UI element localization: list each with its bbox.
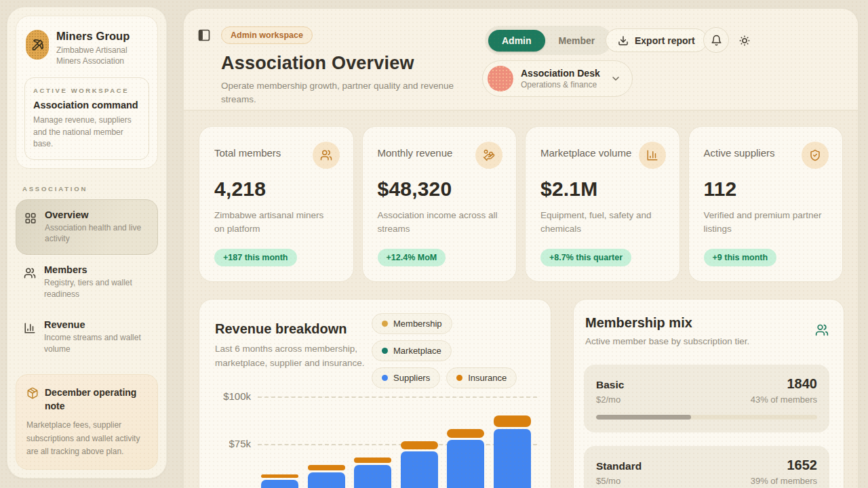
- hand-coins-icon: [475, 142, 502, 169]
- sidebar-item-revenue[interactable]: Revenue Income streams and wallet volume: [16, 310, 158, 365]
- legend-pill-marketplace[interactable]: Marketplace: [372, 340, 452, 361]
- workspace-badge: Admin workspace: [221, 26, 313, 44]
- tier-price: $5/mo: [596, 476, 620, 486]
- role-toggle-member[interactable]: Member: [545, 30, 609, 52]
- chart-bar-segment: [447, 440, 484, 488]
- legend-pill-suppliers[interactable]: Suppliers: [372, 367, 440, 388]
- panel-left-icon[interactable]: [197, 28, 211, 107]
- theme-toggle-button[interactable]: [738, 35, 751, 47]
- tier-count: 1840: [787, 376, 818, 392]
- legend-label: Suppliers: [393, 373, 430, 383]
- tier-count: 1652: [787, 458, 818, 473]
- stat-description: Equipment, fuel, safety and chemicals: [540, 209, 663, 237]
- membership-mix-subtitle: Active member base by subscription tier.: [585, 336, 749, 346]
- revenue-breakdown-card: $100k$75k Revenue breakdown Last 6 month…: [199, 299, 551, 488]
- users-icon: [24, 267, 36, 300]
- sun-icon: [738, 35, 751, 47]
- note-body: Marketplace fees, supplier subscriptions…: [26, 419, 147, 458]
- role-toggle: Admin Member: [485, 26, 612, 55]
- stat-value: 112: [704, 178, 828, 201]
- bell-icon: [711, 35, 722, 46]
- chart-legend: Membership Marketplace Suppliers Insuran…: [372, 313, 526, 388]
- legend-dot: [456, 375, 462, 381]
- download-icon: [618, 35, 629, 46]
- chart-bar-segment: [308, 472, 345, 488]
- legend-pill-membership[interactable]: Membership: [372, 313, 452, 334]
- sidebar-item-members[interactable]: Members Registry, tiers and wallet readi…: [16, 255, 158, 310]
- shield-check-icon: [802, 142, 829, 169]
- nav-item-subtitle: Income streams and wallet volume: [44, 332, 147, 355]
- chart-bar-segment: [401, 441, 438, 449]
- gridline: [258, 396, 537, 398]
- operating-note-card: December operating note Marketplace fees…: [16, 374, 158, 470]
- brand-subtitle: Zimbabwe Artisanal Miners Association: [56, 45, 148, 66]
- legend-pill-insurance[interactable]: Insurance: [446, 367, 517, 388]
- nav-item-title: Overview: [45, 209, 148, 220]
- stat-value: $48,320: [378, 178, 502, 201]
- tier-list: Basic 1840 $2/mo 43% of members: [584, 365, 829, 488]
- tier-row-basic: Basic 1840 $2/mo 43% of members: [584, 365, 829, 432]
- role-toggle-admin[interactable]: Admin: [488, 30, 545, 52]
- stat-description: Association income across all streams: [378, 209, 500, 237]
- users-icon: [313, 142, 340, 169]
- stats-row: Total members 4,218 Zimbabwe artisanal m…: [199, 126, 843, 282]
- nav-item-subtitle: Association health and live activity: [45, 222, 148, 245]
- tier-progress-fill: [596, 415, 691, 420]
- profile-role: Operations & finance: [521, 80, 600, 89]
- brand-name: Miners Group: [56, 30, 148, 43]
- workspace-title: Association command: [33, 100, 140, 110]
- workspace-label: ACTIVE WORKSPACE: [33, 87, 140, 94]
- tier-row-standard: Standard 1652 $5/mo 39% of members: [584, 446, 829, 488]
- profile-name: Association Desk: [521, 68, 600, 79]
- pickaxe-logo-icon: [26, 30, 49, 60]
- notifications-button[interactable]: [703, 27, 729, 53]
- tier-name: Standard: [596, 460, 642, 472]
- page-subtitle: Operate membership growth, partner quali…: [221, 79, 472, 107]
- chart-bar-segment: [308, 465, 345, 470]
- sidebar-section-label: ASSOCIATION: [22, 185, 158, 192]
- chart-bar-segment: [354, 465, 391, 488]
- stat-card-active-suppliers: Active suppliers 112 Verified and premiu…: [688, 126, 844, 282]
- main-panel: Admin workspace Association Overview Ope…: [183, 8, 859, 488]
- stat-card-marketplace-volume: Marketplace volume $2.1M Equipment, fuel…: [525, 126, 680, 282]
- bar-chart-icon: [639, 142, 666, 169]
- note-title: December operating note: [45, 386, 146, 413]
- legend-dot: [382, 321, 388, 327]
- chart-bar-segment: [261, 474, 298, 478]
- sidebar-item-overview[interactable]: Overview Association health and live act…: [16, 199, 158, 256]
- stat-trend-badge: +8.7% this quarter: [540, 249, 631, 266]
- legend-label: Insurance: [468, 373, 507, 383]
- chart-bar-segment: [494, 415, 531, 427]
- brand-card: Miners Group Zimbabwe Artisanal Miners A…: [16, 16, 158, 169]
- membership-mix-card: Membership mix Active member base by sub…: [573, 299, 844, 488]
- stat-card-total-members: Total members 4,218 Zimbabwe artisanal m…: [199, 126, 354, 282]
- chevron-down-icon: [610, 73, 621, 84]
- chart-bar-segment: [401, 451, 438, 488]
- page-title: Association Overview: [221, 53, 472, 74]
- stat-card-monthly-revenue: Monthly revenue $48,320 Association inco…: [362, 126, 517, 282]
- tier-share: 43% of members: [751, 394, 817, 405]
- revenue-card-subtitle: Last 6 months across membership, marketp…: [215, 342, 393, 371]
- stat-description: Zimbabwe artisanal miners on platform: [214, 209, 336, 237]
- legend-label: Marketplace: [393, 346, 441, 356]
- y-tick-label: $75k: [210, 438, 251, 449]
- active-workspace-card: ACTIVE WORKSPACE Association command Man…: [24, 77, 149, 159]
- tier-progress-track: [596, 415, 817, 420]
- charts-row: $100k$75k Revenue breakdown Last 6 month…: [199, 299, 843, 488]
- legend-label: Membership: [393, 319, 442, 329]
- sidebar: Miners Group Zimbabwe Artisanal Miners A…: [7, 7, 167, 479]
- profile-menu[interactable]: Association Desk Operations & finance: [482, 60, 633, 97]
- nav-item-title: Revenue: [44, 319, 147, 330]
- y-tick-label: $100k: [210, 390, 251, 402]
- chart-bar-segment: [261, 480, 298, 488]
- stat-trend-badge: +12.4% MoM: [378, 249, 446, 266]
- tier-share: 39% of members: [751, 476, 817, 486]
- export-report-button[interactable]: Export report: [606, 28, 707, 52]
- tier-name: Basic: [596, 379, 624, 391]
- avatar: [488, 66, 513, 92]
- membership-mix-title: Membership mix: [585, 315, 692, 331]
- legend-dot: [382, 348, 388, 354]
- legend-dot: [382, 375, 388, 381]
- stat-value: $2.1M: [540, 178, 665, 201]
- chart-bar-segment: [447, 429, 484, 439]
